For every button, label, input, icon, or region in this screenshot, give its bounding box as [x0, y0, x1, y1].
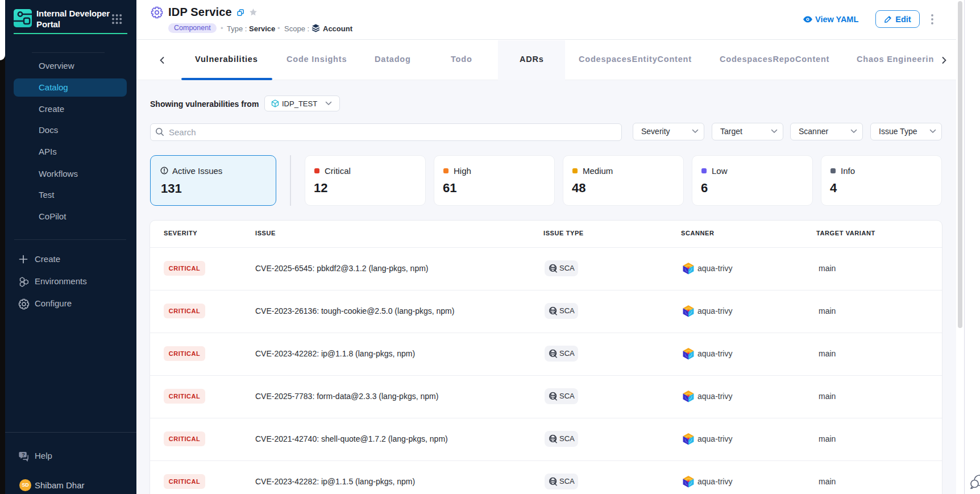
svg-text:?: ? [22, 451, 25, 458]
